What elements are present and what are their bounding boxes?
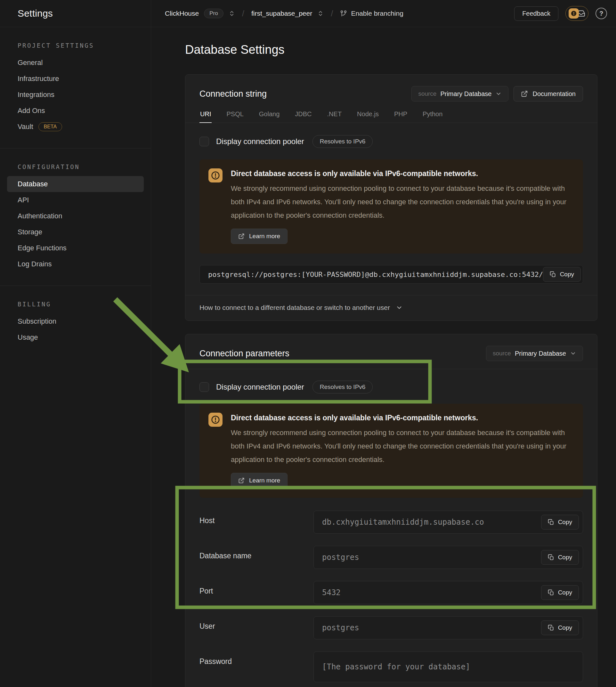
source-prefix-label: source: [418, 90, 436, 97]
sidebar-section-heading: CONFIGURATION: [7, 163, 144, 170]
param-field-host[interactable]: db.cxhygiuitamxhniiddjm.supabase.coCopy: [313, 511, 583, 534]
chevron-down-icon: [396, 304, 403, 311]
connection-string-tabs: URIPSQLGolangJDBC.NETNode.jsPHPPython: [185, 107, 597, 123]
chevrons-up-down-icon[interactable]: [317, 10, 324, 17]
param-field-user[interactable]: postgresCopy: [313, 616, 583, 639]
learn-more-button[interactable]: Learn more: [231, 473, 287, 488]
sidebar-item-label: Database: [18, 176, 48, 192]
param-value-database-name: postgres: [322, 553, 541, 562]
sidebar-item-vault[interactable]: VaultBETA: [7, 119, 144, 135]
sidebar-item-label: Edge Functions: [18, 240, 67, 256]
source-select[interactable]: source Primary Database: [412, 86, 508, 102]
notifications-button[interactable]: [566, 6, 589, 21]
sidebar-section: CONFIGURATIONDatabaseAPIAuthenticationSt…: [0, 149, 151, 286]
sidebar-item-edge-functions[interactable]: Edge Functions: [7, 240, 144, 256]
documentation-button[interactable]: Documentation: [513, 86, 583, 102]
header-actions: Feedback ?: [514, 6, 607, 21]
warning-icon: [208, 169, 222, 182]
breadcrumb-divider: /: [240, 9, 246, 19]
sidebar-item-authentication[interactable]: Authentication: [7, 208, 144, 224]
param-label-database-name: Database name: [199, 546, 313, 569]
copy-host-button[interactable]: Copy: [541, 515, 579, 530]
sidebar-item-api[interactable]: API: [7, 192, 144, 208]
connection-help-toggle[interactable]: How to connect to a different database o…: [185, 295, 597, 320]
external-link-icon: [521, 90, 528, 97]
tab-python[interactable]: Python: [422, 107, 443, 123]
sidebar-item-label: Vault: [18, 119, 33, 135]
sidebar-item-label: Subscription: [18, 313, 56, 329]
settings-sidebar: PROJECT SETTINGSGeneralInfrastructureInt…: [0, 27, 151, 687]
git-branch-icon: [340, 10, 347, 17]
copy-port-button[interactable]: Copy: [541, 585, 579, 600]
warning-body: We strongly recommend using connection p…: [231, 182, 574, 222]
param-row-user: UserpostgresCopy: [199, 616, 583, 639]
connection-help-label: How to connect to a different database o…: [199, 304, 390, 311]
warning-title: Direct database access is only available…: [231, 169, 574, 179]
param-value-password: [The password for your database]: [322, 662, 579, 671]
copy-uri-button[interactable]: Copy: [543, 267, 581, 282]
tab-jdbc[interactable]: JDBC: [294, 107, 312, 123]
tab-golang[interactable]: Golang: [258, 107, 281, 123]
connection-parameters-title: Connection parameters: [199, 349, 289, 358]
param-value-user: postgres: [322, 623, 541, 632]
chevrons-up-down-icon[interactable]: [228, 10, 235, 17]
documentation-label: Documentation: [532, 90, 576, 98]
pooler-checkbox-label: Display connection pooler: [216, 382, 304, 392]
copy-user-button[interactable]: Copy: [541, 620, 579, 635]
chevron-down-icon: [495, 91, 502, 97]
param-value-port: 5432: [322, 588, 541, 597]
copy-database-name-button[interactable]: Copy: [541, 550, 579, 565]
connection-string-title: Connection string: [199, 89, 267, 99]
tab-uri[interactable]: URI: [199, 107, 212, 123]
sidebar-item-label: Log Drains: [18, 256, 51, 272]
pooler-row: Display connection pooler Resolves to IP…: [185, 380, 597, 394]
sidebar-section-heading: BILLING: [7, 301, 144, 308]
tab-net[interactable]: .NET: [327, 107, 343, 123]
sidebar-item-integrations[interactable]: Integrations: [7, 87, 144, 103]
help-button[interactable]: ?: [595, 8, 607, 19]
param-label-password: Password: [199, 651, 313, 682]
param-field-database-name[interactable]: postgresCopy: [313, 546, 583, 569]
param-row-password: Password[The password for your database]: [199, 651, 583, 682]
sidebar-item-storage[interactable]: Storage: [7, 224, 144, 240]
connection-parameters-header: Connection parameters source Primary Dat…: [185, 334, 597, 369]
sidebar-item-usage[interactable]: Usage: [7, 329, 144, 346]
pooler-checkbox-label: Display connection pooler: [216, 137, 304, 146]
display-connection-pooler-checkbox[interactable]: [199, 382, 209, 392]
sidebar-item-log-drains[interactable]: Log Drains: [7, 256, 144, 272]
sidebar-item-general[interactable]: General: [7, 55, 144, 71]
ipv6-warning-callout: Direct database access is only available…: [199, 159, 583, 253]
beta-badge: BETA: [39, 122, 62, 131]
warning-icon: [208, 413, 222, 427]
learn-more-label: Learn more: [249, 233, 280, 240]
connection-parameter-fields: Hostdb.cxhygiuitamxhniiddjm.supabase.coC…: [185, 498, 597, 687]
learn-more-button[interactable]: Learn more: [231, 228, 287, 244]
tab-php[interactable]: PHP: [394, 107, 408, 123]
tab-nodejs[interactable]: Node.js: [356, 107, 379, 123]
sidebar-item-database[interactable]: Database: [7, 176, 144, 192]
breadcrumb-org[interactable]: ClickHouse: [165, 9, 199, 17]
copy-icon: [550, 271, 556, 278]
sidebar-item-add-ons[interactable]: Add Ons: [7, 103, 144, 119]
connection-uri-field[interactable]: postgresql://postgres:[YOUR-PASSWORD]@db…: [199, 265, 583, 284]
page-title: Database Settings: [185, 43, 285, 57]
enable-branching-button[interactable]: Enable branching: [340, 9, 403, 17]
connection-string-header: Connection string source Primary Databas…: [185, 74, 597, 102]
warning-text: Direct database access is only available…: [231, 413, 574, 488]
sidebar-item-label: Authentication: [18, 208, 62, 224]
feedback-button[interactable]: Feedback: [514, 6, 558, 21]
main-content: Database Settings Connection string sour…: [151, 27, 616, 687]
sidebar-section: BILLINGSubscriptionUsage: [0, 286, 151, 359]
tab-psql[interactable]: PSQL: [226, 107, 244, 123]
sidebar-item-subscription[interactable]: Subscription: [7, 313, 144, 329]
connection-string-actions: source Primary Database Documentation: [412, 86, 583, 102]
copy-label: Copy: [558, 624, 572, 631]
app-header: Settings ClickHouse Pro / first_supabase…: [0, 0, 616, 27]
param-field-password[interactable]: [The password for your database]: [313, 651, 583, 682]
warning-body: We strongly recommend using connection p…: [231, 426, 574, 466]
sidebar-item-infrastructure[interactable]: Infrastructure: [7, 71, 144, 87]
breadcrumb-project[interactable]: first_supabase_peer: [251, 9, 312, 17]
source-select[interactable]: source Primary Database: [486, 346, 583, 361]
display-connection-pooler-checkbox[interactable]: [199, 137, 209, 146]
param-field-port[interactable]: 5432Copy: [313, 581, 583, 604]
